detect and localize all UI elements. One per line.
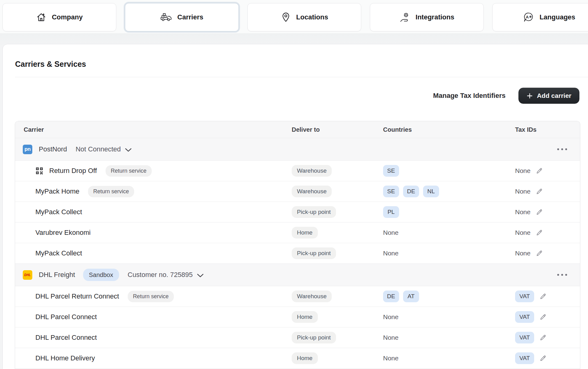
carrier-menu-button[interactable] <box>555 146 570 153</box>
country-badge: SE <box>383 186 399 197</box>
edit-tax-id-icon[interactable] <box>536 250 543 257</box>
add-carrier-button[interactable]: Add carrier <box>518 88 579 104</box>
countries-none-label: None <box>383 229 398 236</box>
carrier-settings-page: Company Carriers Locations Integrations … <box>0 0 588 369</box>
tax-none-label: None <box>515 229 530 236</box>
manage-tax-identifiers-link[interactable]: Manage Tax Identifiers <box>433 92 506 100</box>
edit-tax-id-icon[interactable] <box>536 209 543 216</box>
service-cell: DHL Home Delivery <box>15 354 292 362</box>
countries-cell: None <box>383 250 515 257</box>
edit-tax-id-icon[interactable] <box>536 188 543 195</box>
edit-tax-id-icon[interactable] <box>539 293 546 300</box>
tab-label: Integrations <box>416 13 454 21</box>
tab-label: Locations <box>296 13 328 21</box>
carrier-status-dropdown[interactable]: Customer no. 725895 <box>128 271 204 279</box>
deliver-to-cell: Warehouse <box>292 165 383 177</box>
edit-tax-id-icon[interactable] <box>539 334 546 341</box>
edit-tax-id-icon[interactable] <box>539 314 546 321</box>
tab-locations[interactable]: Locations <box>247 3 361 31</box>
qr-code-icon <box>35 167 43 175</box>
carriers-table: Carrier Deliver to Countries Tax IDs pnP… <box>15 121 580 369</box>
service-name: DHL Parcel Connect <box>35 313 97 321</box>
service-cell: DHL Parcel Connect <box>15 313 292 321</box>
country-badge: AT <box>403 291 419 302</box>
countries-none-label: None <box>383 313 398 321</box>
tab-carriers[interactable]: Carriers <box>125 3 239 31</box>
tab-integrations[interactable]: Integrations <box>370 3 484 31</box>
service-name: MyPack Collect <box>35 249 82 257</box>
carriers-card: Carriers & Services Manage Tax Identifie… <box>2 44 588 369</box>
tax-id-badge: VAT <box>515 332 534 343</box>
countries-none-label: None <box>383 355 398 362</box>
service-cell: MyPack Collect <box>15 208 292 216</box>
carrier-cell: pnPostNordNot Connected <box>15 145 132 154</box>
tax-none-label: None <box>515 208 530 216</box>
service-row: MyPack CollectPick-up pointNoneNone <box>15 243 580 264</box>
deliver-to-badge: Home <box>292 227 318 239</box>
edit-tax-id-icon[interactable] <box>536 229 543 236</box>
deliver-to-cell: Home <box>292 227 383 239</box>
column-header-countries: Countries <box>383 126 515 133</box>
tab-languages[interactable]: A Languages <box>492 3 588 31</box>
service-cell: Varubrev Ekonomi <box>15 229 292 237</box>
carrier-name: PostNord <box>39 145 67 153</box>
countries-cell: None <box>383 334 515 341</box>
carrier-cell: DHLDHL FreightSandboxCustomer no. 725895 <box>15 269 204 281</box>
countries-cell: None <box>383 313 515 321</box>
add-carrier-label: Add carrier <box>537 92 571 99</box>
truck-icon <box>160 12 172 22</box>
carrier-menu-button[interactable] <box>555 271 570 278</box>
tax-none-label: None <box>515 188 530 195</box>
service-row: DHL Parcel ConnectPick-up pointNoneVAT <box>15 327 580 348</box>
chevron-down-icon <box>125 147 132 152</box>
pin-icon <box>281 12 291 22</box>
service-row: DHL Home DeliveryHomeNoneVAT <box>15 348 580 369</box>
carrier-status-label: Not Connected <box>76 145 121 153</box>
country-badge: NL <box>423 186 439 197</box>
countries-cell: None <box>383 229 515 236</box>
deliver-to-badge: Pick-up point <box>292 247 336 259</box>
service-cell: MyPack Collect <box>15 249 292 257</box>
deliver-to-cell: Pick-up point <box>292 332 383 343</box>
service-row: MyPack HomeReturn serviceWarehouseSEDENL… <box>15 181 580 202</box>
tax-id-badge: VAT <box>515 291 534 302</box>
countries-none-label: None <box>383 250 398 257</box>
table-body: pnPostNordNot ConnectedReturn Drop OffRe… <box>15 138 580 369</box>
deliver-to-badge: Pick-up point <box>292 206 336 218</box>
country-badge: SE <box>383 165 399 177</box>
service-row: DHL Parcel Return ConnectReturn serviceW… <box>15 286 580 307</box>
deliver-to-badge: Warehouse <box>292 291 332 302</box>
edit-tax-id-icon[interactable] <box>536 167 543 174</box>
tax-none-label: None <box>515 250 530 257</box>
deliver-to-badge: Home <box>292 311 318 323</box>
tab-label: Languages <box>539 13 575 21</box>
service-name: DHL Home Delivery <box>35 354 95 362</box>
countries-cell: DEAT <box>383 291 515 302</box>
tab-label: Carriers <box>177 13 203 21</box>
edit-tax-id-icon[interactable] <box>539 355 546 362</box>
home-icon <box>36 12 46 22</box>
country-badge: DE <box>403 186 419 197</box>
service-name: Varubrev Ekonomi <box>35 229 90 237</box>
tab-label: Company <box>52 13 82 21</box>
service-cell: DHL Parcel Return ConnectReturn service <box>15 291 292 302</box>
tax-id-badge: VAT <box>515 311 534 323</box>
service-name: DHL Parcel Connect <box>35 334 97 342</box>
countries-cell: PL <box>383 206 515 218</box>
carrier-group-row: pnPostNordNot Connected <box>15 138 580 161</box>
service-name: Return Drop Off <box>49 167 97 175</box>
service-name: MyPack Collect <box>35 208 82 216</box>
deliver-to-cell: Pick-up point <box>292 206 383 218</box>
deliver-to-badge: Warehouse <box>292 165 332 177</box>
settings-tab-bar: Company Carriers Locations Integrations … <box>2 3 588 31</box>
service-cell: Return Drop OffReturn service <box>15 165 292 177</box>
service-name: MyPack Home <box>35 187 79 195</box>
return-service-badge: Return service <box>128 291 174 302</box>
tax-ids-cell: None <box>515 167 580 174</box>
countries-none-label: None <box>383 334 398 341</box>
tax-ids-cell: VAT <box>515 352 580 364</box>
service-row: Varubrev EkonomiHomeNoneNone <box>15 223 580 243</box>
deliver-to-cell: Warehouse <box>292 291 383 302</box>
carrier-status-dropdown[interactable]: Not Connected <box>76 145 132 153</box>
tab-company[interactable]: Company <box>2 3 116 31</box>
